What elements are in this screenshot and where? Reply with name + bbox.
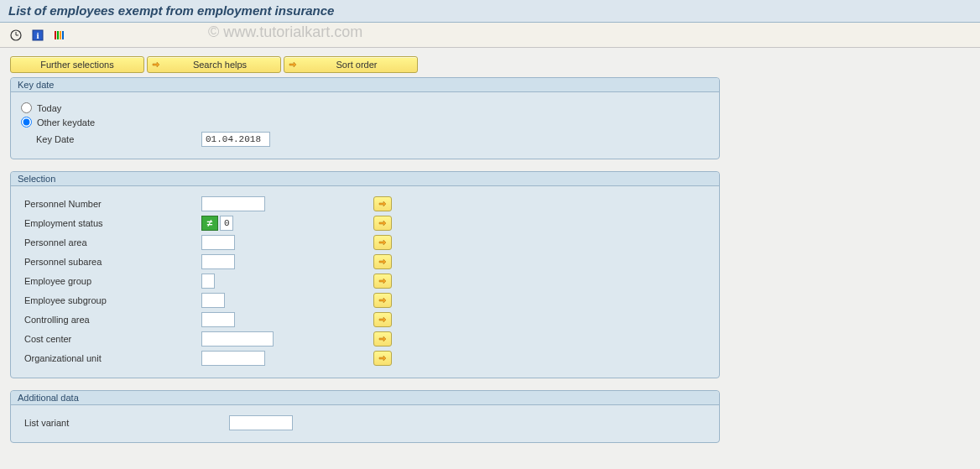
personnel-area-label: Personnel area bbox=[21, 237, 201, 248]
organizational-unit-multisel-button[interactable] bbox=[373, 351, 392, 366]
employee-subgroup-multisel-button[interactable] bbox=[373, 293, 392, 308]
other-keydate-radio-label: Other keydate bbox=[37, 117, 95, 128]
info-icon[interactable]: i bbox=[30, 28, 45, 43]
list-variant-input[interactable] bbox=[229, 415, 293, 430]
employee-group-multisel-button[interactable] bbox=[373, 274, 392, 289]
variant-icon[interactable] bbox=[52, 28, 67, 43]
svg-text:i: i bbox=[36, 30, 39, 40]
arrow-right-icon bbox=[151, 60, 161, 70]
button-row: Further selections Search helps Sort ord… bbox=[10, 56, 970, 73]
employment-status-input[interactable] bbox=[220, 216, 233, 231]
personnel-subarea-input[interactable] bbox=[201, 254, 235, 269]
employment-status-label: Employment status bbox=[21, 218, 201, 228]
today-radio-row[interactable]: Today bbox=[21, 102, 709, 113]
today-radio-label: Today bbox=[37, 103, 61, 113]
cost-center-label: Cost center bbox=[21, 334, 201, 344]
selection-group: Selection Personnel Number Employment st… bbox=[10, 171, 720, 378]
sort-order-button[interactable]: Sort order bbox=[284, 56, 418, 73]
controlling-area-row: Controlling area bbox=[21, 311, 709, 328]
key-date-input[interactable] bbox=[201, 132, 270, 147]
list-variant-label: List variant bbox=[21, 418, 229, 428]
further-selections-button[interactable]: Further selections bbox=[10, 56, 144, 73]
personnel-subarea-label: Personnel subarea bbox=[21, 257, 201, 267]
today-radio[interactable] bbox=[21, 102, 32, 113]
organizational-unit-input[interactable] bbox=[201, 351, 265, 366]
employee-group-input[interactable] bbox=[201, 274, 215, 289]
cost-center-row: Cost center bbox=[21, 331, 709, 347]
employee-subgroup-input[interactable] bbox=[201, 293, 225, 308]
employment-status-multisel-button[interactable] bbox=[373, 216, 392, 231]
sort-order-label: Sort order bbox=[303, 60, 410, 70]
execute-icon[interactable] bbox=[8, 28, 23, 43]
employee-group-row: Employee group bbox=[21, 273, 709, 289]
selection-header: Selection bbox=[11, 172, 719, 186]
controlling-area-label: Controlling area bbox=[21, 315, 201, 325]
additional-data-header: Additional data bbox=[11, 391, 719, 405]
app-toolbar: i bbox=[0, 23, 980, 48]
key-date-field-row: Key Date bbox=[21, 131, 709, 148]
key-date-label: Key Date bbox=[21, 134, 201, 144]
personnel-area-row: Personnel area bbox=[21, 234, 709, 251]
page-title: List of employees exempt from employment… bbox=[8, 3, 972, 18]
key-date-header: Key date bbox=[11, 78, 719, 92]
list-variant-row: List variant bbox=[21, 414, 709, 431]
personnel-area-multisel-button[interactable] bbox=[373, 235, 392, 250]
personnel-number-label: Personnel Number bbox=[21, 199, 201, 209]
key-date-group: Key date Today Other keydate Key Date bbox=[10, 77, 720, 159]
organizational-unit-row: Organizational unit bbox=[21, 350, 709, 367]
personnel-subarea-multisel-button[interactable] bbox=[373, 254, 392, 269]
other-keydate-radio-row[interactable]: Other keydate bbox=[21, 117, 709, 128]
search-helps-button[interactable]: Search helps bbox=[147, 56, 281, 73]
organizational-unit-label: Organizational unit bbox=[21, 353, 201, 363]
controlling-area-multisel-button[interactable] bbox=[373, 312, 392, 327]
personnel-subarea-row: Personnel subarea bbox=[21, 253, 709, 270]
employee-subgroup-row: Employee subgroup bbox=[21, 292, 709, 309]
not-equal-icon[interactable]: ≠ bbox=[201, 216, 218, 231]
additional-data-group: Additional data List variant bbox=[10, 390, 720, 443]
further-selections-label: Further selections bbox=[40, 60, 113, 70]
employment-status-row: Employment status ≠ bbox=[21, 215, 709, 232]
controlling-area-input[interactable] bbox=[201, 312, 235, 327]
personnel-number-input[interactable] bbox=[201, 196, 265, 211]
employee-subgroup-label: Employee subgroup bbox=[21, 295, 201, 305]
other-keydate-radio[interactable] bbox=[21, 117, 32, 128]
personnel-number-row: Personnel Number bbox=[21, 195, 709, 212]
personnel-area-input[interactable] bbox=[201, 235, 235, 250]
content-area: Further selections Search helps Sort ord… bbox=[0, 48, 980, 463]
title-bar: List of employees exempt from employment… bbox=[0, 0, 980, 23]
arrow-right-icon bbox=[288, 60, 298, 70]
employee-group-label: Employee group bbox=[21, 276, 201, 286]
cost-center-multisel-button[interactable] bbox=[373, 331, 392, 347]
personnel-number-multisel-button[interactable] bbox=[373, 196, 392, 211]
search-helps-label: Search helps bbox=[166, 60, 274, 70]
cost-center-input[interactable] bbox=[201, 331, 274, 347]
